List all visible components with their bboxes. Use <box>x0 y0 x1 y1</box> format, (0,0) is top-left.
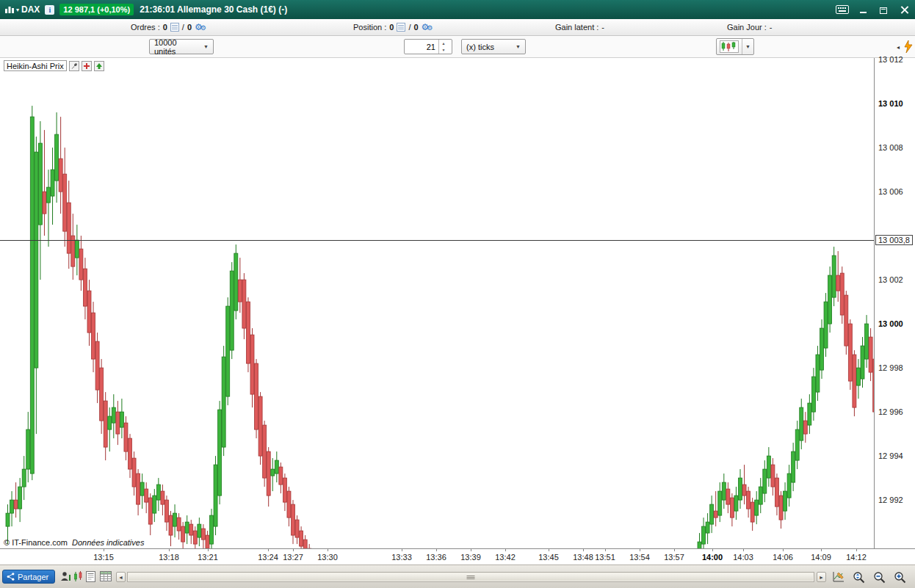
status-bar: Partager ◄ ► <box>0 565 915 588</box>
position-count-2: 0 <box>413 23 418 32</box>
minimize-icon <box>860 12 867 13</box>
gain-latent-label: Gain latent : <box>555 23 598 32</box>
horizontal-scrollbar[interactable] <box>127 572 814 582</box>
account-infobar: Ordres : 0 / 0 ⚙⚙ Position : 0 / 0 ⚙⚙ Ga… <box>0 19 915 36</box>
symbol-dropdown-caret[interactable]: ▾ <box>16 7 19 13</box>
price-line[interactable] <box>0 240 874 241</box>
arrow-up-icon[interactable] <box>94 61 104 71</box>
last-price-tag: 13 003,8 <box>875 235 913 245</box>
scroll-right-icon: ► <box>819 575 824 580</box>
maximize-icon <box>880 7 887 14</box>
indicator-label[interactable]: Heikin-Ashi Prix <box>4 60 67 71</box>
gain-jour-label: Gain Jour : <box>727 23 767 32</box>
time-axis-tick <box>783 549 784 551</box>
orders-count: 0 <box>163 23 167 32</box>
position-label: Position : <box>353 23 386 32</box>
units-dropdown-value: 10000 unités <box>154 38 198 56</box>
price-axis[interactable]: 13 003,8 13 01213 01013 00813 00613 0021… <box>874 58 915 548</box>
gain-latent-value: - <box>601 23 604 32</box>
time-axis-tick <box>856 549 857 551</box>
orders-label: Ordres : <box>131 23 160 32</box>
time-axis-tick <box>505 549 506 551</box>
scroll-right-button[interactable]: ► <box>817 572 826 582</box>
share-button[interactable]: Partager <box>2 570 55 584</box>
scroll-left-icon: ◄ <box>118 575 123 580</box>
stepper-down-icon[interactable]: ▼ <box>439 47 448 54</box>
time-axis-label: 13:54 <box>629 553 650 562</box>
position-list-icon[interactable] <box>397 23 405 32</box>
time-axis-tick <box>268 549 269 551</box>
quick-order-lightning-icon[interactable] <box>904 40 913 56</box>
gain-jour-group: Gain Jour : - <box>727 19 772 35</box>
instrument-chart-icon[interactable] <box>4 5 15 14</box>
zoom-fit-icon[interactable] <box>850 570 867 584</box>
time-axis-tick <box>743 549 744 551</box>
time-axis-label: 13:18 <box>159 553 179 562</box>
close-button[interactable] <box>897 4 911 15</box>
stepper-up-icon[interactable]: ▲ <box>439 40 448 47</box>
close-icon <box>900 6 908 14</box>
position-count: 0 <box>389 23 394 32</box>
price-axis-label: 13 010 <box>878 99 903 108</box>
gain-latent-group: Gain latent : - <box>555 19 604 35</box>
ticks-count-input[interactable] <box>405 40 438 54</box>
table-grid-icon[interactable] <box>100 571 112 581</box>
price-badge: 12 987,1 (+0,10%) <box>59 4 134 15</box>
chart-plot-area[interactable]: Heikin-Ashi Prix © IT-Finance.comDonnées… <box>0 58 874 548</box>
wrench-icon[interactable] <box>69 61 79 71</box>
scroll-left-button[interactable]: ◄ <box>116 572 126 582</box>
candles-icon[interactable] <box>73 571 83 582</box>
timeframe-dropdown[interactable]: (x) ticks ▼ <box>461 39 526 54</box>
price-axis-label: 13 000 <box>878 319 903 328</box>
news-icon[interactable] <box>86 571 95 582</box>
session-info: 21:36:01 Allemagne 30 Cash (1€) (-) <box>140 4 287 15</box>
orders-list-icon[interactable] <box>170 23 179 32</box>
chart-style-dropdown[interactable]: ▼ <box>716 38 754 55</box>
price-axis-label: 13 008 <box>878 143 903 152</box>
watermark-copyright: © IT-Finance.com <box>4 538 68 547</box>
position-group: Position : 0 / 0 ⚙⚙ <box>353 19 433 35</box>
indicator-label-group: Heikin-Ashi Prix <box>4 60 104 71</box>
chevron-down-icon: ▼ <box>742 39 753 54</box>
price-axis-label: 12 994 <box>878 451 903 460</box>
time-axis-tick <box>712 549 713 551</box>
orders-settings-icon[interactable]: ⚙⚙ <box>195 23 206 32</box>
time-axis-tick <box>402 549 402 551</box>
symbol-label: DAX <box>21 4 40 15</box>
time-axis[interactable]: 13:1513:1813:2113:2413:2713:3013:3313:36… <box>0 548 915 565</box>
time-axis-tick <box>674 549 675 551</box>
time-axis-tick <box>169 549 170 551</box>
chart-style-thumbnail-icon <box>717 40 742 53</box>
draw-tools-icon[interactable] <box>830 570 846 584</box>
time-axis-label: 14:03 <box>733 553 753 562</box>
zoom-out-icon[interactable] <box>871 570 887 584</box>
watermark-note: Données indicatives <box>72 538 144 547</box>
time-axis-label: 13:48 <box>573 553 593 562</box>
time-axis-tick <box>104 549 104 551</box>
time-axis-tick <box>821 549 822 551</box>
time-axis-label: 13:45 <box>538 553 559 562</box>
time-axis-label: 13:27 <box>283 553 303 562</box>
keyboard-icon[interactable] <box>836 5 849 14</box>
user-icon[interactable] <box>60 571 71 582</box>
time-axis-tick <box>436 549 437 551</box>
price-axis-label: 13 006 <box>878 187 903 196</box>
scrollbar-thumb[interactable] <box>129 573 813 581</box>
ticks-count-stepper[interactable]: ▲ ▼ <box>404 39 452 54</box>
minimize-button[interactable] <box>856 4 869 15</box>
units-dropdown[interactable]: 10000 unités ▼ <box>149 39 214 54</box>
add-indicator-icon[interactable] <box>82 61 92 71</box>
panel-collapse-icon[interactable]: ◂ <box>897 44 900 51</box>
maximize-button[interactable] <box>877 4 890 15</box>
time-axis-tick <box>208 549 209 551</box>
time-axis-label: 14:00 <box>702 553 723 562</box>
price-axis-label: 13 002 <box>878 275 903 284</box>
time-axis-label: 14:09 <box>811 553 831 562</box>
info-icon[interactable]: i <box>45 5 54 15</box>
position-settings-icon[interactable]: ⚙⚙ <box>422 23 433 32</box>
time-axis-label: 14:12 <box>846 553 867 562</box>
zoom-in-icon[interactable] <box>892 570 908 584</box>
orders-separator: / <box>182 23 184 32</box>
orders-count-2: 0 <box>187 23 192 32</box>
time-axis-label: 13:39 <box>460 553 481 562</box>
